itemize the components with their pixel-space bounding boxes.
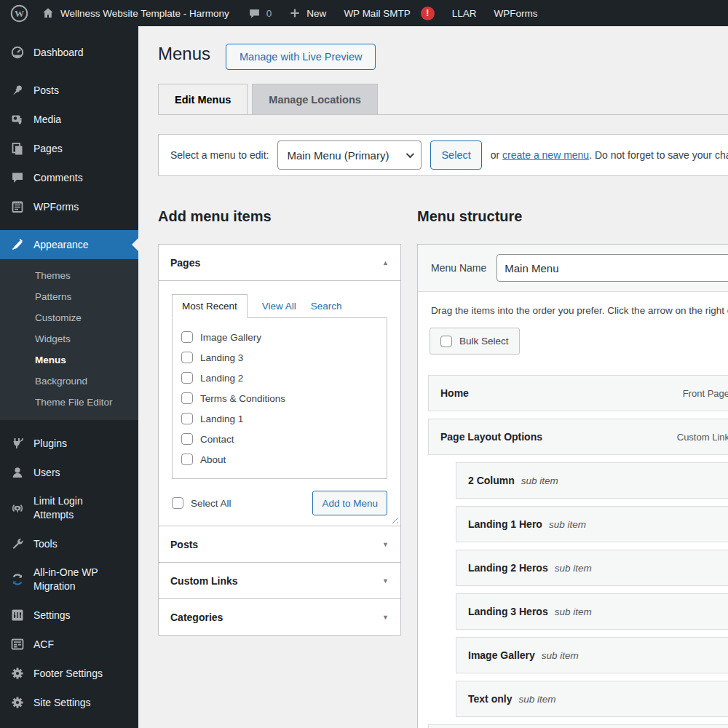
pages-panel-body: Most Recent View All Search Image Galler… <box>159 280 400 526</box>
menu-item-text-only[interactable]: Text only sub item <box>456 681 728 717</box>
page-title: Menus <box>158 44 210 64</box>
sidebar-item-label: Tools <box>33 537 58 551</box>
sidebar-item-label: Site Settings <box>33 696 91 710</box>
menu-select-dropdown[interactable]: Main Menu (Primary) <box>277 141 422 170</box>
checkbox[interactable] <box>181 454 193 465</box>
tab-manage-locations[interactable]: Manage Locations <box>252 84 378 114</box>
tab-edit-menus[interactable]: Edit Menus <box>158 84 248 114</box>
menu-name-row: Menu Name <box>418 245 728 292</box>
svg-text:W: W <box>15 8 24 19</box>
sidebar-item-posts[interactable]: Posts <box>0 76 138 105</box>
menu-item-image-gallery[interactable]: Image Gallery sub item <box>456 637 728 673</box>
menu-edit-panel: Menu Name Drag the items into the order … <box>417 244 728 728</box>
checkbox[interactable] <box>181 372 193 384</box>
manage-live-preview-button[interactable]: Manage with Live Preview <box>226 44 376 70</box>
categories-panel-header[interactable]: Categories ▼ <box>159 599 400 635</box>
checkbox[interactable] <box>181 413 193 424</box>
sidebar-item-settings[interactable]: Settings <box>0 601 138 630</box>
gear-icon <box>10 695 25 710</box>
sidebar-item-users[interactable]: Users <box>0 458 138 487</box>
create-menu-text: or create a new menu. Do not forget to s… <box>491 149 728 161</box>
wpforms-menu[interactable]: WPForms <box>494 8 537 19</box>
sidebar-item-acf[interactable]: ACF <box>0 630 138 659</box>
select-menu-bar: Select a menu to edit: Main Menu (Primar… <box>158 134 728 176</box>
migration-icon <box>10 572 25 587</box>
checkbox[interactable] <box>181 352 193 363</box>
sidebar-item-tools[interactable]: Tools <box>0 529 138 558</box>
sidebar-item-customize[interactable]: Customize <box>0 307 138 328</box>
sidebar-item-comments[interactable]: Comments <box>0 163 138 192</box>
sidebar-item-label: ACF <box>33 638 54 652</box>
sidebar-item-plugins[interactable]: Plugins <box>0 429 138 458</box>
pages-tabs: Most Recent View All Search <box>172 294 387 317</box>
menu-item-2-column[interactable]: 2 Column sub item <box>456 462 728 499</box>
menu-name-input[interactable] <box>496 254 728 282</box>
sidebar-item-site-settings[interactable]: Site Settings <box>0 688 138 717</box>
new-label: New <box>306 8 326 19</box>
posts-icon <box>10 83 25 98</box>
comments-shortcut[interactable]: 0 <box>248 7 272 20</box>
llar-menu[interactable]: LLAR <box>452 8 477 19</box>
gear-icon <box>10 666 25 681</box>
tab-most-recent[interactable]: Most Recent <box>172 294 248 318</box>
menu-item-landing-2-heros[interactable]: Landing 2 Heros sub item <box>456 550 728 586</box>
sidebar-item-label: Posts <box>33 84 59 98</box>
wp-mail-smtp-menu[interactable]: WP Mail SMTP ! <box>344 7 434 20</box>
sidebar-item-media[interactable]: Media <box>0 105 138 134</box>
checkbox[interactable] <box>181 392 193 404</box>
select-all-row: Select All Add to Menu <box>172 491 387 515</box>
sidebar-item-menus[interactable]: Menus <box>0 349 138 371</box>
sidebar-item-wpforms[interactable]: WPForms <box>0 192 138 221</box>
menu-select-value: Main Menu (Primary) <box>287 149 389 162</box>
menu-item-home[interactable]: Home Front Page <box>428 375 728 411</box>
sidebar-item-patterns[interactable]: Patterns <box>0 286 138 307</box>
sidebar-item-label: All-in-One WP Migration <box>33 566 128 593</box>
menu-item-page-layout-options[interactable]: Page Layout Options Custom Link <box>428 419 728 455</box>
sidebar-item-all-in-one-wp-migration[interactable]: All-in-One WP Migration <box>0 558 138 601</box>
create-new-menu-link[interactable]: create a new menu <box>502 149 589 161</box>
sidebar-item-background[interactable]: Background <box>0 371 138 392</box>
tab-view-all[interactable]: View All <box>262 295 296 317</box>
resize-handle[interactable] <box>389 515 398 523</box>
add-menu-items-section: Add menu items Pages ▲ Most Recent View … <box>158 208 401 636</box>
checkbox[interactable] <box>181 433 193 445</box>
sidebar-item-pages[interactable]: Pages <box>0 134 138 163</box>
menu-item-landing-3-heros[interactable]: Landing 3 Heros sub item <box>456 593 728 630</box>
list-item: Terms & Conditions <box>181 388 378 408</box>
checkbox[interactable] <box>181 331 193 343</box>
bulk-select-checkbox[interactable] <box>440 336 452 347</box>
sidebar-item-limit-login-attempts[interactable]: Limit Login Attempts <box>0 487 138 529</box>
new-content-menu[interactable]: New <box>289 7 326 19</box>
sidebar-item-label: WPForms <box>33 200 79 214</box>
sidebar-item-label: Users <box>33 466 60 480</box>
pages-panel-header[interactable]: Pages ▲ <box>159 245 400 280</box>
wordpress-menu[interactable]: W <box>10 4 28 23</box>
list-item: Landing 3 <box>181 347 378 368</box>
menu-item-partial[interactable] <box>428 724 728 728</box>
comment-count: 0 <box>266 8 272 19</box>
posts-panel-header[interactable]: Posts ▼ <box>159 526 400 562</box>
sidebar-item-theme-file-editor[interactable]: Theme File Editor <box>0 392 138 413</box>
sidebar-item-appearance[interactable]: Appearance <box>0 230 138 259</box>
list-item: Image Gallery <box>181 327 378 347</box>
site-link[interactable]: Wellness Website Template - Harmony <box>41 7 229 20</box>
list-item: Contact <box>181 429 378 449</box>
tab-search[interactable]: Search <box>311 295 342 317</box>
home-icon <box>41 7 55 20</box>
menu-structure-section: Menu structure Menu Name Drag the items … <box>417 208 728 728</box>
sidebar-item-widgets[interactable]: Widgets <box>0 328 138 349</box>
wordpress-logo-icon: W <box>10 4 28 23</box>
bulk-select-toggle[interactable]: Bulk Select <box>430 328 520 355</box>
sidebar-item-themes[interactable]: Themes <box>0 265 138 286</box>
sidebar-item-label: Comments <box>33 171 83 185</box>
pages-panel: Pages ▲ Most Recent View All Search Imag… <box>158 244 401 526</box>
sidebar-item-footer-settings[interactable]: Footer Settings <box>0 659 138 688</box>
select-all-checkbox[interactable] <box>172 497 183 509</box>
select-button[interactable]: Select <box>430 141 481 170</box>
triangle-down-icon: ▼ <box>382 614 389 621</box>
sidebar-item-label: Plugins <box>33 437 67 451</box>
sidebar-item-dashboard[interactable]: Dashboard <box>0 38 138 67</box>
menu-item-landing-1-hero[interactable]: Landing 1 Hero sub item <box>456 506 728 542</box>
add-to-menu-button[interactable]: Add to Menu <box>312 491 387 515</box>
custom-links-panel-header[interactable]: Custom Links ▼ <box>159 563 400 598</box>
